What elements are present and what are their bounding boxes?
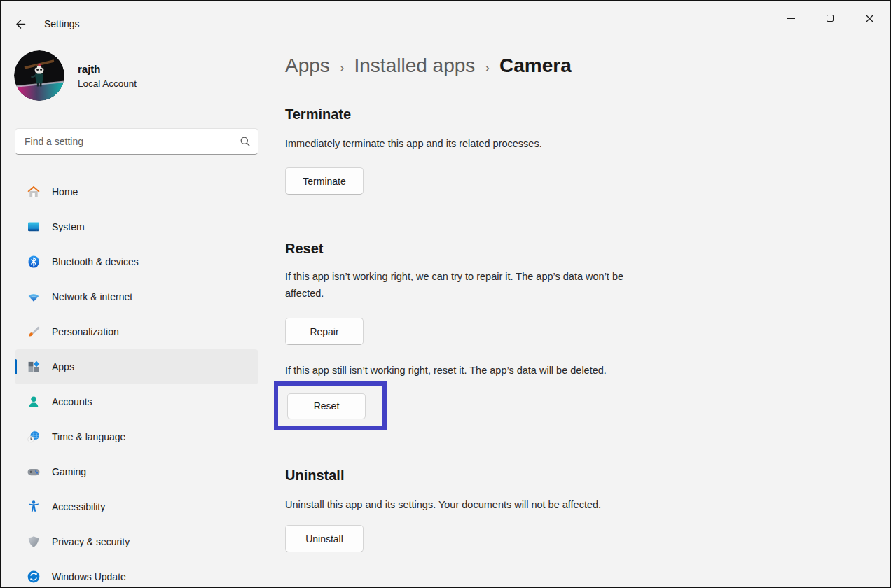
sidebar-item-label: Personalization <box>52 326 119 337</box>
minimize-button[interactable] <box>771 1 810 35</box>
window-title: Settings <box>44 18 80 29</box>
breadcrumb-camera: Camera <box>499 55 572 77</box>
sidebar-item-label: Gaming <box>52 466 86 477</box>
sidebar-item-accounts[interactable]: Accounts <box>15 384 258 419</box>
search-input[interactable] <box>15 128 258 155</box>
sidebar-item-bluetooth-devices[interactable]: Bluetooth & devices <box>15 244 258 279</box>
sidebar-item-label: System <box>52 221 85 232</box>
account-type: Local Account <box>78 78 137 89</box>
window-controls <box>771 1 889 35</box>
reset-button[interactable]: Reset <box>287 393 366 419</box>
sidebar-item-privacy-security[interactable]: Privacy & security <box>15 524 258 559</box>
close-icon <box>865 14 874 23</box>
search-box <box>15 128 258 155</box>
gaming-gamepad-icon <box>27 465 41 479</box>
maximize-icon <box>827 15 834 22</box>
sidebar-item-gaming[interactable]: Gaming <box>15 454 258 489</box>
sidebar-item-label: Time & language <box>52 431 125 442</box>
back-button[interactable] <box>13 18 27 31</box>
system-icon <box>27 220 41 234</box>
terminate-button[interactable]: Terminate <box>285 167 364 195</box>
sidebar-item-home[interactable]: Home <box>15 174 258 209</box>
reset-section-title: Reset <box>285 241 323 257</box>
accessibility-person-icon <box>27 500 41 514</box>
minimize-icon <box>787 18 795 19</box>
privacy-shield-icon <box>27 535 41 549</box>
sidebar-item-accessibility[interactable]: Accessibility <box>15 489 258 524</box>
search-icon <box>240 136 251 147</box>
sidebar-item-system[interactable]: System <box>15 209 258 244</box>
sidebar-item-label: Bluetooth & devices <box>52 256 139 267</box>
uninstall-section-title: Uninstall <box>285 468 344 484</box>
uninstall-button[interactable]: Uninstall <box>285 525 364 552</box>
terminate-description: Immediately terminate this app and its r… <box>285 135 542 152</box>
sidebar-item-label: Apps <box>52 361 74 372</box>
sidebar-item-label: Privacy & security <box>52 536 130 547</box>
user-profile: rajth Local Account <box>14 50 137 101</box>
close-button[interactable] <box>850 1 889 35</box>
sidebar-item-label: Windows Update <box>52 571 126 582</box>
breadcrumb: Apps › Installed apps › Camera <box>285 55 572 77</box>
sidebar-item-label: Accounts <box>52 396 92 407</box>
sidebar-item-apps[interactable]: Apps <box>15 349 258 384</box>
repair-button[interactable]: Repair <box>285 318 364 345</box>
profile-text: rajth Local Account <box>78 63 137 89</box>
chevron-right-icon: › <box>485 59 490 76</box>
sidebar-item-label: Accessibility <box>52 501 105 512</box>
sidebar-item-windows-update[interactable]: Windows Update <box>15 559 258 588</box>
sidebar-nav: Home System Bluetooth & devices Network … <box>15 174 258 588</box>
sidebar-item-label: Network & internet <box>52 291 132 302</box>
titlebar: Settings <box>1 1 890 35</box>
terminate-section-title: Terminate <box>285 106 351 122</box>
windows-update-icon <box>27 570 41 584</box>
time-language-icon <box>27 430 41 444</box>
accounts-person-icon <box>27 395 41 409</box>
sidebar-item-time-language[interactable]: Time & language <box>15 419 258 454</box>
uninstall-description: Uninstall this app and its settings. You… <box>285 496 601 513</box>
breadcrumb-installed-apps[interactable]: Installed apps <box>354 55 476 77</box>
settings-window: Settings <box>0 0 891 588</box>
reset-highlight-box: Reset <box>274 382 387 430</box>
network-wifi-icon <box>27 290 41 304</box>
user-name: rajth <box>78 63 137 75</box>
reset-description: If this app still isn’t working right, r… <box>285 362 705 379</box>
maximize-button[interactable] <box>810 1 850 35</box>
bluetooth-icon <box>27 255 41 269</box>
personalization-brush-icon <box>27 325 41 339</box>
repair-description: If this app isn’t working right, we can … <box>285 268 653 302</box>
avatar <box>14 50 64 101</box>
home-icon <box>27 185 41 199</box>
apps-icon <box>27 360 41 374</box>
sidebar-item-personalization[interactable]: Personalization <box>15 314 258 349</box>
back-arrow-icon <box>13 18 27 31</box>
sidebar-item-label: Home <box>52 186 78 197</box>
chevron-right-icon: › <box>340 59 345 76</box>
sidebar-item-network-internet[interactable]: Network & internet <box>15 279 258 314</box>
breadcrumb-apps[interactable]: Apps <box>285 55 330 77</box>
